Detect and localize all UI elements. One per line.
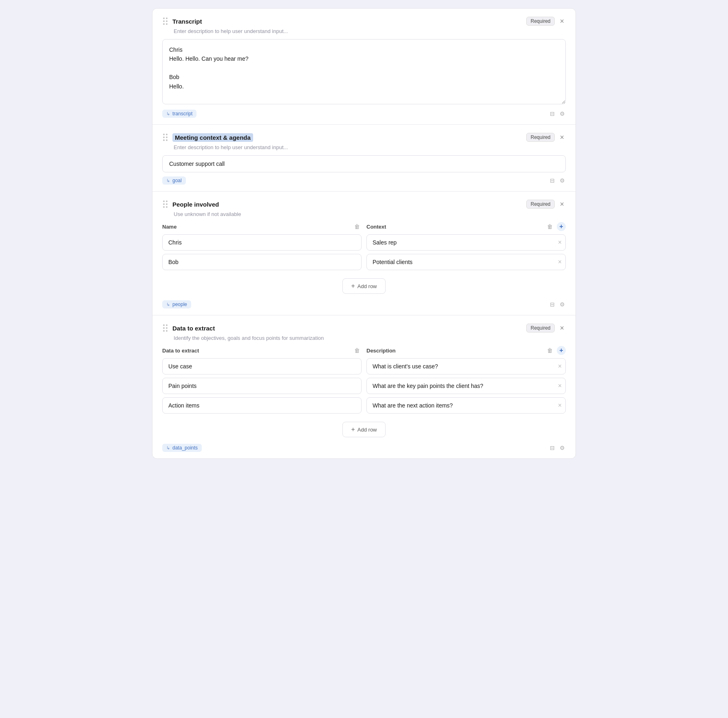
people-involved-header-actions: Required ×	[526, 200, 566, 209]
meeting-context-tag-row: ↳ goal ⊟ ⚙	[162, 176, 566, 185]
table-row: ×	[162, 254, 566, 270]
data-extract-title: Data to extract	[172, 325, 215, 332]
data-row3-name-input[interactable]	[162, 397, 362, 414]
people-table-header: Name 🗑 Context 🗑 +	[162, 222, 566, 234]
meeting-context-required-badge: Required	[526, 133, 555, 142]
data-add-row-plus-icon: +	[351, 426, 355, 433]
data-row3-desc-cell: ×	[366, 397, 566, 414]
people-add-row-label: Add row	[357, 283, 377, 289]
data-minimize-button[interactable]: ⊟	[549, 444, 556, 452]
drag-handle-people[interactable]	[162, 200, 168, 209]
people-context-col-actions: 🗑 +	[545, 222, 566, 231]
transcript-tag-icons: ⊟ ⚙	[549, 110, 566, 118]
data-row1-desc-cell: ×	[366, 358, 566, 374]
people-add-row-button[interactable]: + Add row	[342, 278, 385, 294]
people-context-col-delete-button[interactable]: 🗑	[545, 222, 554, 231]
people-row1-context-close-button[interactable]: ×	[557, 238, 563, 247]
data-to-extract-section: Data to extract Required × Identify the …	[152, 315, 576, 458]
meeting-context-header-actions: Required ×	[526, 133, 566, 142]
people-add-col-button[interactable]: +	[557, 222, 566, 231]
data-table-header: Data to extract 🗑 Description 🗑 +	[162, 346, 566, 358]
people-tag-row: ↳ people ⊟ ⚙	[162, 300, 566, 308]
meeting-context-title: Meeting context & agenda	[172, 133, 253, 142]
people-involved-subtitle: Use unknown if not available	[174, 211, 566, 217]
people-context-col-header: Context 🗑 +	[366, 222, 566, 231]
people-row1-context-cell: ×	[366, 234, 566, 251]
table-row: ×	[162, 358, 566, 374]
transcript-input[interactable]: Chris Hello. Hello. Can you hear me? Bob…	[162, 39, 566, 104]
drag-handle-meeting[interactable]	[162, 133, 168, 142]
drag-handle-data[interactable]	[162, 324, 168, 333]
people-involved-close-button[interactable]: ×	[558, 200, 566, 209]
meeting-context-tag: ↳ goal	[162, 176, 186, 185]
people-table: Name 🗑 Context 🗑 + ×	[162, 222, 566, 295]
data-col1-delete-button[interactable]: 🗑	[353, 346, 362, 355]
data-extract-required-badge: Required	[526, 324, 555, 333]
people-minimize-button[interactable]: ⊟	[549, 300, 556, 308]
data-tag: ↳ data_points	[162, 444, 202, 452]
meeting-context-input[interactable]	[162, 155, 566, 172]
goal-tag-arrow-icon: ↳	[166, 178, 170, 183]
data-add-row-label: Add row	[357, 427, 377, 433]
transcript-title: Transcript	[172, 18, 202, 25]
people-gear-button[interactable]: ⚙	[559, 300, 566, 308]
people-row2-context-cell: ×	[366, 254, 566, 270]
data-add-row-button[interactable]: + Add row	[342, 422, 385, 437]
data-col2-actions: 🗑 +	[545, 346, 566, 355]
people-name-col-header: Name 🗑	[162, 222, 362, 231]
meeting-context-close-button[interactable]: ×	[558, 133, 566, 142]
transcript-section: Transcript Required × Enter description …	[152, 9, 576, 125]
meeting-context-section: Meeting context & agenda Required × Ente…	[152, 125, 576, 192]
transcript-subtitle: Enter description to help user understan…	[174, 28, 566, 34]
people-involved-section: People involved Required × Use unknown i…	[152, 192, 576, 315]
people-tag: ↳ people	[162, 300, 191, 308]
people-add-row-plus-icon: +	[351, 282, 355, 290]
people-row1-name-input[interactable]	[162, 234, 362, 251]
data-row2-close-button[interactable]: ×	[557, 382, 563, 390]
transcript-required-badge: Required	[526, 17, 555, 26]
data-row1-desc-input[interactable]	[366, 358, 566, 374]
data-extract-subtitle: Identify the objectives, goals and focus…	[174, 335, 566, 341]
data-col2-delete-button[interactable]: 🗑	[545, 346, 554, 355]
data-tag-arrow-icon: ↳	[166, 445, 170, 451]
data-extract-header-actions: Required ×	[526, 324, 566, 333]
tag-arrow-icon: ↳	[166, 111, 170, 117]
people-row2-context-input[interactable]	[366, 254, 566, 270]
meeting-context-subtitle: Enter description to help user understan…	[174, 144, 566, 150]
transcript-gear-button[interactable]: ⚙	[559, 110, 566, 118]
meeting-context-gear-button[interactable]: ⚙	[559, 176, 566, 185]
transcript-minimize-button[interactable]: ⊟	[549, 110, 556, 118]
main-container: Transcript Required × Enter description …	[152, 8, 576, 459]
data-row3-desc-input[interactable]	[366, 397, 566, 414]
people-involved-title: People involved	[172, 201, 219, 208]
data-row2-name-input[interactable]	[162, 378, 362, 394]
data-row1-name-input[interactable]	[162, 358, 362, 374]
drag-handle-transcript[interactable]	[162, 17, 168, 26]
data-col1-header: Data to extract 🗑	[162, 346, 362, 355]
data-add-col-button[interactable]: +	[557, 346, 566, 355]
people-involved-required-badge: Required	[526, 200, 555, 209]
data-row2-desc-cell: ×	[366, 378, 566, 394]
data-table: Data to extract 🗑 Description 🗑 +	[162, 346, 566, 439]
data-row1-close-button[interactable]: ×	[557, 362, 563, 370]
data-gear-button[interactable]: ⚙	[559, 444, 566, 452]
data-row2-desc-input[interactable]	[366, 378, 566, 394]
transcript-tag-row: ↳ transcript ⊟ ⚙	[162, 110, 566, 118]
data-tag-icons: ⊟ ⚙	[549, 444, 566, 452]
transcript-tag: ↳ transcript	[162, 110, 196, 118]
people-row2-context-close-button[interactable]: ×	[557, 258, 563, 266]
data-extract-close-button[interactable]: ×	[558, 324, 566, 333]
table-row: ×	[162, 234, 566, 251]
people-tag-arrow-icon: ↳	[166, 302, 170, 307]
data-row3-close-button[interactable]: ×	[557, 401, 563, 410]
table-row: ×	[162, 378, 566, 394]
table-row: ×	[162, 397, 566, 414]
meeting-context-minimize-button[interactable]: ⊟	[549, 176, 556, 185]
people-tag-icons: ⊟ ⚙	[549, 300, 566, 308]
data-tag-row: ↳ data_points ⊟ ⚙	[162, 444, 566, 452]
people-row2-name-input[interactable]	[162, 254, 362, 270]
people-name-col-delete-button[interactable]: 🗑	[353, 222, 362, 231]
transcript-close-button[interactable]: ×	[558, 17, 566, 26]
people-row1-context-input[interactable]	[366, 234, 566, 251]
transcript-header-actions: Required ×	[526, 17, 566, 26]
